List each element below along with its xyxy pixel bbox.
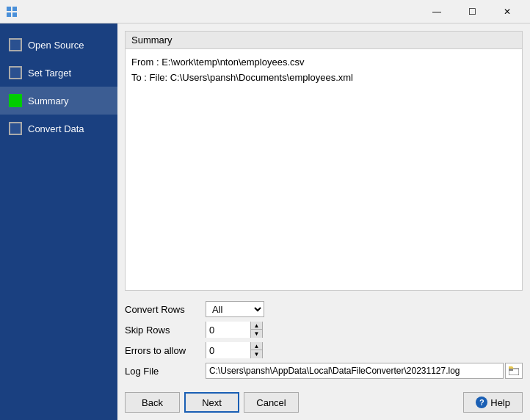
step-indicator-summary	[9, 94, 22, 107]
errors-label: Errors to allow	[125, 345, 206, 356]
maximize-button[interactable]: ☐	[455, 0, 489, 23]
svg-rect-1	[12, 7, 17, 11]
convert-rows-label: Convert Rows	[125, 304, 206, 315]
svg-rect-0	[7, 7, 11, 11]
summary-header: Summary	[126, 32, 522, 49]
sidebar-label-set-target: Set Target	[28, 68, 71, 79]
skip-rows-down[interactable]: ▼	[250, 330, 262, 338]
svg-rect-2	[7, 12, 11, 17]
step-indicator-open-source	[9, 38, 22, 51]
step-indicator-convert-data	[9, 122, 22, 135]
skip-rows-spinner: ▲ ▼	[206, 322, 263, 338]
minimize-button[interactable]: —	[420, 0, 454, 23]
back-button[interactable]: Back	[125, 392, 180, 413]
skip-rows-up[interactable]: ▲	[250, 322, 262, 330]
summary-panel: Summary From : E:\work\temp\nton\employe…	[125, 31, 523, 291]
skip-rows-row: Skip Rows ▲ ▼	[125, 322, 523, 338]
summary-body: From : E:\work\temp\nton\employees.csv T…	[126, 49, 522, 92]
help-icon: ?	[476, 397, 487, 408]
logfile-label: Log File	[125, 366, 206, 377]
sidebar-item-open-source[interactable]: Open Source	[0, 31, 117, 59]
sidebar-label-summary: Summary	[28, 95, 69, 106]
from-line: From : E:\work\temp\nton\employees.csv	[131, 55, 516, 70]
logfile-browse-button[interactable]	[505, 363, 523, 379]
skip-rows-input[interactable]	[206, 322, 250, 338]
main-container: Open Source Set Target Summary Convert D…	[0, 23, 530, 420]
errors-down[interactable]: ▼	[250, 350, 262, 358]
content-area: Summary From : E:\work\temp\nton\employe…	[117, 23, 530, 420]
svg-rect-3	[12, 12, 17, 17]
step-indicator-set-target	[9, 66, 22, 79]
convert-rows-row: Convert Rows All Custom	[125, 301, 523, 317]
help-button[interactable]: ? Help	[463, 392, 523, 413]
window-controls: — ☐ ✕	[420, 0, 524, 23]
convert-rows-select[interactable]: All Custom	[206, 301, 264, 317]
sidebar-item-set-target[interactable]: Set Target	[0, 59, 117, 87]
sidebar: Open Source Set Target Summary Convert D…	[0, 23, 117, 420]
errors-row: Errors to allow ▲ ▼	[125, 342, 523, 358]
title-bar: — ☐ ✕	[0, 0, 530, 23]
errors-spinner: ▲ ▼	[206, 342, 263, 358]
sidebar-item-summary[interactable]: Summary	[0, 87, 117, 115]
close-button[interactable]: ✕	[490, 0, 524, 23]
options-panel: Convert Rows All Custom Skip Rows ▲ ▼	[125, 298, 523, 386]
sidebar-label-convert-data: Convert Data	[28, 123, 84, 134]
skip-rows-buttons: ▲ ▼	[250, 322, 262, 338]
errors-input[interactable]	[206, 342, 250, 358]
button-bar: Back Next Cancel ? Help	[125, 386, 523, 413]
errors-up[interactable]: ▲	[250, 342, 262, 350]
help-label: Help	[490, 397, 510, 408]
sidebar-item-convert-data[interactable]: Convert Data	[0, 115, 117, 142]
skip-rows-label: Skip Rows	[125, 325, 206, 336]
app-icon	[6, 6, 18, 18]
sidebar-label-open-source: Open Source	[28, 40, 84, 51]
errors-buttons: ▲ ▼	[250, 342, 262, 358]
cancel-button[interactable]: Cancel	[244, 392, 299, 413]
logfile-row: Log File	[125, 363, 523, 379]
to-line: To : File: C:\Users\pansh\Documents\empl…	[131, 70, 516, 86]
svg-rect-5	[509, 369, 513, 371]
convert-rows-control: All Custom	[206, 301, 264, 317]
next-button[interactable]: Next	[184, 392, 239, 413]
logfile-input[interactable]	[206, 363, 504, 379]
